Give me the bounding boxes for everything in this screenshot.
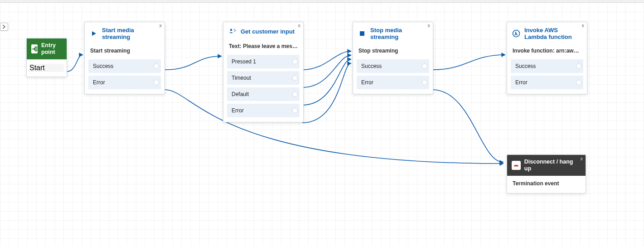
- close-icon[interactable]: x: [298, 23, 301, 28]
- entry-point-header: Entry point: [27, 39, 67, 59]
- branch-error[interactable]: Error: [88, 76, 161, 89]
- port-out[interactable]: [292, 92, 298, 97]
- node-header: Stop media streaming: [353, 22, 433, 45]
- node-header: Start media streaming: [85, 22, 165, 45]
- branch-label: Start: [29, 64, 45, 72]
- branch-label: Error: [93, 79, 105, 86]
- stop-media-streaming-node[interactable]: x Stop media streaming Stop streaming Su…: [353, 22, 433, 94]
- port-out[interactable]: [292, 59, 298, 64]
- customer-input-icon: [228, 27, 237, 36]
- close-icon[interactable]: x: [581, 156, 583, 161]
- node-subheader: Invoke function: arn:aws:la...: [507, 45, 587, 58]
- stop-icon: [358, 29, 367, 38]
- svg-point-2: [234, 29, 235, 30]
- branch-label: Success: [361, 63, 382, 69]
- branch-label: Error: [232, 107, 244, 114]
- port-out[interactable]: [422, 80, 427, 85]
- port-out[interactable]: [292, 75, 298, 81]
- close-icon[interactable]: x: [582, 23, 585, 28]
- branch-default[interactable]: Default: [227, 87, 300, 101]
- port-out[interactable]: [422, 63, 427, 69]
- svg-point-4: [234, 31, 235, 32]
- branch-label: Timeout: [232, 75, 251, 81]
- node-title: Start media streaming: [102, 27, 157, 40]
- branch-label: Error: [361, 79, 373, 86]
- svg-point-3: [235, 30, 236, 31]
- branch-label: Success: [93, 63, 113, 69]
- svg-rect-5: [360, 31, 364, 36]
- svg-point-1: [230, 29, 232, 31]
- disconnect-node[interactable]: x Disconnect / hang up Termination event: [507, 154, 586, 193]
- branch-pressed-1[interactable]: Pressed 1: [227, 55, 300, 68]
- port-out[interactable]: [576, 63, 581, 69]
- node-body: Termination event: [507, 176, 586, 193]
- node-title: Invoke AWS Lambda function: [524, 27, 580, 40]
- node-title: Get customer input: [241, 28, 295, 35]
- play-icon: [89, 29, 98, 38]
- node-title: Disconnect / hang up: [524, 159, 581, 172]
- invoke-lambda-node[interactable]: x Invoke AWS Lambda function Invoke func…: [507, 22, 587, 94]
- port-out[interactable]: [154, 63, 159, 69]
- branch-label: Pressed 1: [232, 58, 256, 65]
- close-icon[interactable]: x: [160, 23, 162, 28]
- node-header: Invoke AWS Lambda function: [507, 22, 587, 45]
- branch-label: Default: [232, 91, 249, 97]
- branch-success[interactable]: Success: [357, 59, 429, 73]
- branch-label: Success: [515, 63, 536, 69]
- node-subheader: Stop streaming: [353, 45, 433, 58]
- branch-error[interactable]: Error: [227, 104, 300, 117]
- arrow-in-icon: [31, 44, 38, 53]
- chevron-right-icon: [2, 24, 6, 29]
- hang-up-icon: [512, 161, 521, 170]
- node-header: Get customer input: [223, 22, 303, 40]
- branch-error[interactable]: Error: [511, 76, 583, 89]
- branch-label: Error: [515, 79, 528, 86]
- svg-rect-0: [35, 47, 37, 51]
- port-out[interactable]: [576, 80, 581, 85]
- branch-success[interactable]: Success: [88, 59, 161, 73]
- branch-timeout[interactable]: Timeout: [227, 71, 300, 85]
- port-out[interactable]: [292, 108, 298, 113]
- branch-success[interactable]: Success: [511, 59, 583, 73]
- port-out[interactable]: [154, 80, 159, 85]
- flow-canvas[interactable]: Entry point Start x Start media streamin…: [0, 3, 644, 246]
- node-subheader: Text: Please leave a messag...: [223, 40, 303, 53]
- entry-branch-start[interactable]: Start: [29, 64, 64, 72]
- node-header: Disconnect / hang up: [507, 155, 586, 176]
- start-media-streaming-node[interactable]: x Start media streaming Start streaming …: [84, 22, 165, 94]
- node-subheader: Start streaming: [85, 45, 165, 58]
- entry-point-node[interactable]: Entry point Start: [26, 38, 67, 77]
- node-title: Stop media streaming: [370, 27, 426, 40]
- close-icon[interactable]: x: [428, 23, 431, 28]
- get-customer-input-node[interactable]: x Get customer input Text: Please leave …: [223, 22, 304, 122]
- branch-error[interactable]: Error: [357, 76, 429, 89]
- entry-point-title: Entry point: [41, 42, 62, 56]
- expand-panel-button[interactable]: [0, 23, 8, 31]
- lambda-icon: [512, 29, 521, 38]
